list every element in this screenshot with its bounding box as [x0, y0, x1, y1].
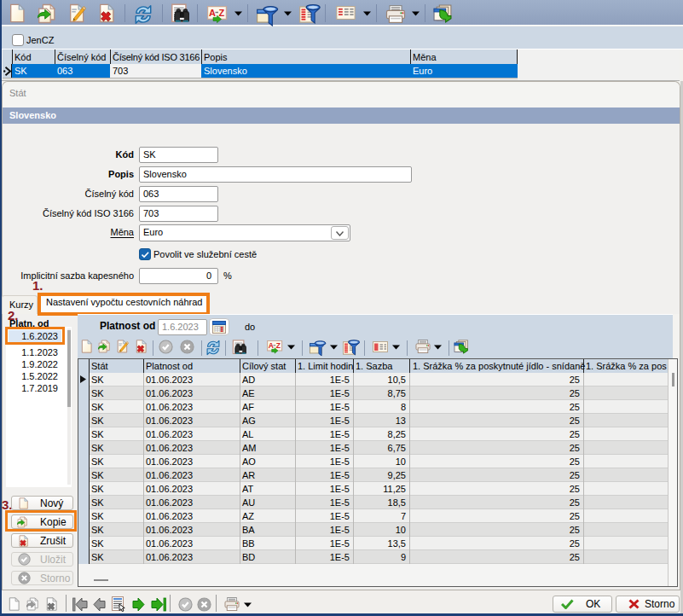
- svg-text:Z: Z: [276, 341, 281, 350]
- svg-text:A: A: [209, 8, 216, 18]
- svg-text:A: A: [269, 341, 274, 350]
- svg-text:Z: Z: [219, 8, 225, 18]
